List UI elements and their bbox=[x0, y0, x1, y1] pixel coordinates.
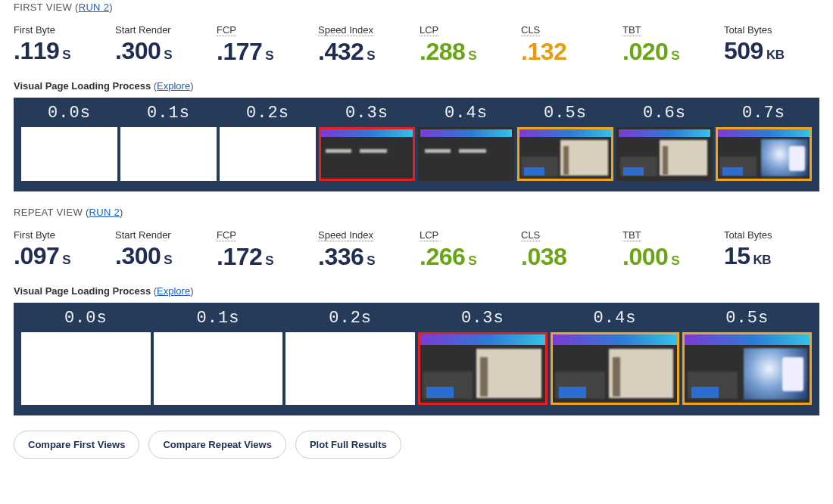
frame-thumbnail[interactable] bbox=[716, 127, 812, 181]
metric-unit: S bbox=[164, 48, 172, 62]
metric-cls: CLS.038 bbox=[521, 229, 616, 270]
metric-label: First Byte bbox=[14, 24, 55, 36]
frame-time: 0.0s bbox=[64, 309, 108, 328]
filmstrip-frame[interactable]: 0.1s bbox=[120, 104, 217, 181]
metric-value: .097S bbox=[14, 244, 109, 269]
filmstrip-frame[interactable]: 0.7s bbox=[716, 104, 812, 181]
metric-value: .336S bbox=[318, 244, 413, 270]
repeat-view-run-link[interactable]: RUN 2 bbox=[89, 207, 120, 218]
frame-time: 0.0s bbox=[48, 104, 91, 123]
metric-first-byte: First Byte.097S bbox=[14, 229, 109, 270]
first-explore-link[interactable]: Explore bbox=[157, 80, 190, 92]
repeat-view-visual-heading: Visual Page Loading Process (Explore) bbox=[14, 285, 819, 297]
metric-unit: S bbox=[671, 48, 679, 63]
frame-thumbnail[interactable] bbox=[616, 127, 713, 181]
filmstrip-frame[interactable]: 0.0s bbox=[21, 309, 151, 405]
frame-thumbnail[interactable] bbox=[120, 127, 217, 181]
metric-value: .300S bbox=[115, 39, 211, 64]
metric-value: .132 bbox=[521, 39, 616, 65]
filmstrip-frame[interactable]: 0.3s bbox=[319, 104, 415, 181]
frame-time: 0.3s bbox=[345, 104, 388, 123]
metric-tbt: TBT.000S bbox=[622, 229, 718, 270]
frame-thumbnail[interactable] bbox=[551, 332, 680, 405]
repeat-view-title-text: REPEAT VIEW bbox=[14, 207, 83, 218]
filmstrip-frame[interactable]: 0.6s bbox=[616, 104, 713, 181]
frame-thumbnail[interactable] bbox=[319, 127, 415, 181]
metric-value: .288S bbox=[420, 39, 515, 65]
metric-fcp: FCP.172S bbox=[217, 229, 312, 270]
filmstrip-frame[interactable]: 0.3s bbox=[418, 309, 548, 405]
filmstrip-frame[interactable]: 0.5s bbox=[682, 309, 812, 405]
metric-label: FCP bbox=[217, 24, 236, 36]
first-view-metrics: First Byte.119SStart Render.300SFCP.177S… bbox=[14, 23, 819, 65]
metric-label: FCP bbox=[217, 229, 236, 241]
frame-thumbnail[interactable] bbox=[285, 332, 415, 405]
filmstrip-frame[interactable]: 0.0s bbox=[21, 104, 117, 181]
frame-time: 0.7s bbox=[742, 104, 785, 123]
filmstrip-frame[interactable]: 0.1s bbox=[154, 309, 283, 405]
frame-thumbnail[interactable] bbox=[220, 127, 316, 181]
metric-label: TBT bbox=[622, 24, 641, 36]
metric-total-bytes: Total Bytes509KB bbox=[724, 23, 819, 65]
plot-full-results-button[interactable]: Plot Full Results bbox=[295, 431, 401, 459]
filmstrip-frame[interactable]: 0.2s bbox=[285, 309, 415, 405]
first-view-filmstrip: 0.0s0.1s0.2s0.3s0.4s0.5s0.6s0.7s bbox=[14, 98, 819, 191]
frame-thumbnail[interactable] bbox=[517, 127, 613, 181]
metric-value: .300S bbox=[115, 244, 211, 269]
frame-thumbnail[interactable] bbox=[418, 332, 548, 405]
repeat-view-filmstrip: 0.0s0.1s0.2s0.3s0.4s0.5s bbox=[14, 303, 819, 415]
repeat-view-metrics: First Byte.097SStart Render.300SFCP.172S… bbox=[14, 229, 819, 270]
frame-time: 0.6s bbox=[643, 104, 686, 123]
frame-time: 0.4s bbox=[445, 104, 488, 123]
frame-thumbnail[interactable] bbox=[418, 127, 514, 181]
metric-label: CLS bbox=[521, 24, 540, 36]
metric-value: .038 bbox=[521, 244, 616, 270]
metric-lcp: LCP.288S bbox=[420, 23, 515, 65]
metric-label: LCP bbox=[420, 229, 438, 241]
filmstrip-frame[interactable]: 0.5s bbox=[517, 104, 613, 181]
paren-close: ) bbox=[109, 2, 113, 13]
frame-thumbnail[interactable] bbox=[21, 332, 151, 405]
filmstrip-frame[interactable]: 0.4s bbox=[551, 309, 680, 405]
frame-time: 0.2s bbox=[246, 104, 289, 123]
first-view-visual-heading: Visual Page Loading Process (Explore) bbox=[14, 80, 819, 92]
metric-value: 15KB bbox=[724, 244, 819, 269]
metric-label: First Byte bbox=[14, 229, 55, 241]
metric-cls: CLS.132 bbox=[521, 23, 616, 65]
metric-unit: S bbox=[367, 48, 375, 63]
compare-repeat-views-button[interactable]: Compare Repeat Views bbox=[148, 431, 286, 459]
metric-speed-index: Speed Index.336S bbox=[318, 229, 413, 270]
first-view-section: FIRST VIEW (RUN 2) First Byte.119SStart … bbox=[14, 2, 819, 191]
metric-label: Total Bytes bbox=[724, 24, 772, 36]
frame-time: 0.5s bbox=[544, 104, 587, 123]
metric-speed-index: Speed Index.432S bbox=[318, 23, 413, 65]
frame-time: 0.4s bbox=[594, 309, 637, 328]
compare-first-views-button[interactable]: Compare First Views bbox=[14, 431, 139, 459]
metric-label: LCP bbox=[420, 24, 438, 36]
metric-label: Start Render bbox=[115, 229, 171, 241]
frame-thumbnail[interactable] bbox=[682, 332, 812, 405]
metric-value: 509KB bbox=[724, 39, 819, 64]
metric-unit: S bbox=[62, 253, 70, 267]
metric-total-bytes: Total Bytes15KB bbox=[724, 229, 819, 270]
metric-unit: S bbox=[468, 48, 476, 63]
repeat-explore-link[interactable]: Explore bbox=[157, 285, 190, 297]
metric-unit: S bbox=[468, 254, 476, 268]
metric-value: .177S bbox=[217, 39, 312, 65]
metric-value: .266S bbox=[420, 244, 515, 270]
filmstrip-frame[interactable]: 0.2s bbox=[220, 104, 316, 181]
filmstrip-frame[interactable]: 0.4s bbox=[418, 104, 514, 181]
first-view-run-link[interactable]: RUN 2 bbox=[79, 2, 110, 13]
metric-unit: S bbox=[62, 48, 70, 62]
frame-thumbnail[interactable] bbox=[154, 332, 283, 405]
metric-label: Start Render bbox=[115, 24, 171, 36]
metric-label: TBT bbox=[622, 229, 641, 241]
metric-label: Total Bytes bbox=[724, 229, 772, 241]
metric-fcp: FCP.177S bbox=[217, 23, 312, 65]
paren-close: ) bbox=[120, 207, 123, 218]
frame-time: 0.5s bbox=[725, 309, 769, 328]
metric-unit: S bbox=[367, 254, 375, 268]
metric-label: CLS bbox=[521, 229, 540, 241]
frame-thumbnail[interactable] bbox=[21, 127, 117, 181]
metric-value: .000S bbox=[622, 244, 718, 270]
